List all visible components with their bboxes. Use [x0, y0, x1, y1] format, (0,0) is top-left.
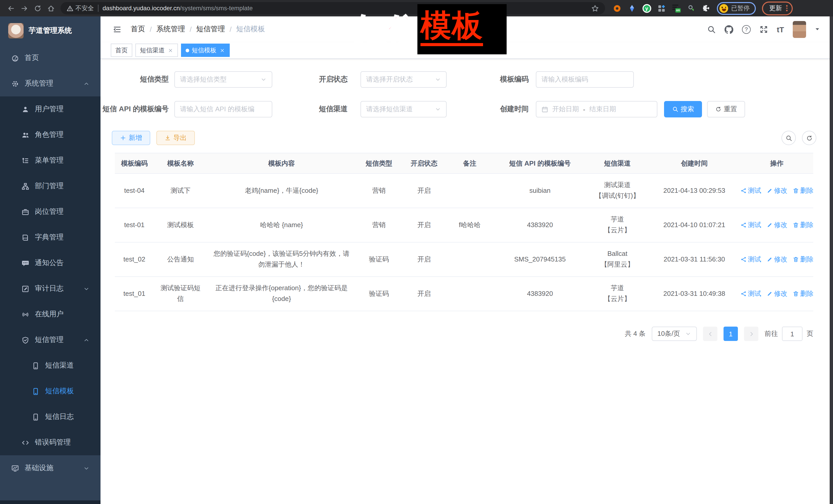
reload-icon[interactable] — [31, 2, 44, 15]
search-button[interactable]: 搜索 — [664, 101, 702, 117]
sidebar-item-infrastructure[interactable]: 基础设施 — [0, 455, 100, 481]
prev-page-button[interactable] — [703, 327, 717, 341]
extension-list-on-icon[interactable]: on — [672, 4, 681, 13]
github-icon[interactable] — [724, 25, 733, 33]
page-size-select[interactable]: 10条/页 — [652, 327, 697, 341]
breadcrumb-system[interactable]: 系统管理 — [157, 25, 185, 34]
test-link[interactable]: 测试 — [740, 220, 761, 231]
sidebar-item-sms-template[interactable]: 短信模板 — [0, 378, 100, 404]
sms-type-select[interactable]: 请选择短信类型 — [174, 71, 272, 88]
close-icon[interactable] — [219, 47, 225, 53]
help-icon[interactable]: ? — [742, 25, 751, 33]
sidebar-item-sms-log[interactable]: 短信日志 — [0, 404, 100, 430]
chevron-down-icon — [435, 106, 441, 112]
extension-y-icon[interactable]: y — [642, 4, 651, 13]
col-status: 开启状态 — [402, 153, 446, 173]
sidebar-item-notices[interactable]: 通知公告 — [0, 250, 100, 276]
sms-type-label: 短信类型 — [100, 75, 169, 84]
user-avatar[interactable] — [793, 21, 806, 38]
avatar-caret-icon[interactable] — [815, 27, 820, 32]
edit-link[interactable]: 修改 — [766, 288, 787, 299]
next-page-button[interactable] — [744, 327, 758, 341]
add-button[interactable]: 新增 — [112, 131, 150, 145]
col-sms-type: 短信类型 — [356, 153, 402, 173]
ime-candidate-box: 模板 — [418, 4, 507, 54]
delete-link[interactable]: 删除 — [792, 288, 813, 299]
delete-link[interactable]: 删除 — [792, 254, 813, 265]
breadcrumb-home[interactable]: 首页 — [131, 25, 145, 34]
col-remark: 备注 — [446, 153, 493, 173]
status-label: 开启状态 — [279, 75, 348, 84]
edit-link[interactable]: 修改 — [766, 220, 787, 231]
chevron-down-icon — [261, 76, 267, 82]
sidebar-item-menus[interactable]: 菜单管理 — [0, 148, 100, 173]
sidebar-item-dictionary[interactable]: 字典管理 — [0, 224, 100, 250]
not-secure-warning[interactable]: 不安全 — [67, 4, 94, 13]
sidebar-item-users[interactable]: 用户管理 — [0, 96, 100, 122]
api-template-id-label: 短信 API 的模板编号 — [100, 104, 169, 114]
font-size-icon[interactable]: tT — [777, 25, 784, 33]
sidebar-item-sms-channel[interactable]: 短信渠道 — [0, 353, 100, 378]
api-template-id-input[interactable]: 请输入短信 API 的模板编 — [174, 101, 272, 117]
show-search-icon[interactable] — [782, 131, 796, 145]
delete-link[interactable]: 删除 — [792, 220, 813, 231]
tab-home[interactable]: 首页 — [111, 44, 132, 57]
channel-select[interactable]: 请选择短信渠道 — [360, 101, 447, 117]
reset-button[interactable]: 重置 — [707, 101, 745, 117]
date-range-input[interactable]: 开始日期 - 结束日期 — [536, 101, 658, 117]
badge-icon — [22, 208, 29, 216]
page-content: 短信类型 请选择短信类型 开启状态 请选择开启状态 模板编码 请输入模板编码 — [100, 59, 833, 504]
sidebar-item-home[interactable]: 首页 — [0, 45, 100, 71]
export-button[interactable]: 导出 — [157, 131, 195, 145]
template-table: 模板编码 模板名称 模板内容 短信类型 开启状态 备注 短信 API 的模板编号… — [115, 153, 813, 311]
bookmark-star-icon[interactable] — [591, 4, 599, 12]
edit-link[interactable]: 修改 — [766, 185, 787, 196]
extension-kite-icon[interactable] — [627, 4, 636, 13]
goto-page: 前往 1 页 — [765, 327, 813, 341]
url-host: dashboard.yudao.iocoder.cn — [102, 5, 180, 12]
test-link[interactable]: 测试 — [740, 288, 761, 299]
sidebar-item-error-codes[interactable]: 错误码管理 — [0, 430, 100, 455]
profile-paused-badge[interactable]: 已暂停 — [717, 2, 756, 15]
sidebar-item-roles[interactable]: 角色管理 — [0, 122, 100, 148]
extension-puzzle-icon[interactable] — [701, 4, 711, 13]
status-select[interactable]: 请选择开启状态 — [360, 71, 447, 88]
sidebar-item-online-users[interactable]: 在线用户 — [0, 302, 100, 327]
extension-squares-icon[interactable] — [657, 4, 666, 13]
hamburger-icon[interactable] — [113, 25, 121, 33]
template-code-input[interactable]: 请输入模板编码 — [536, 71, 634, 88]
refresh-icon[interactable] — [802, 131, 816, 145]
browser-menu-icon[interactable] — [786, 5, 787, 11]
page-1-button[interactable]: 1 — [723, 327, 738, 341]
extension-orange-icon[interactable] — [612, 4, 621, 13]
close-icon[interactable] — [167, 47, 173, 53]
goto-page-input[interactable]: 1 — [782, 327, 803, 341]
sidebar-item-audit-log[interactable]: 审计日志 — [0, 276, 100, 302]
forward-icon[interactable] — [18, 2, 31, 15]
back-icon[interactable] — [4, 2, 18, 15]
delete-link[interactable]: 删除 — [792, 185, 813, 196]
breadcrumb: 首页 / 系统管理 / 短信管理 / 短信模板 — [131, 25, 265, 34]
col-actions: 操作 — [740, 153, 813, 173]
table-row: test_01 测试验证码短信 正在进行登录操作{operation}，您的验证… — [115, 277, 813, 311]
sidebar-item-departments[interactable]: 部门管理 — [0, 173, 100, 199]
home-icon[interactable] — [44, 2, 57, 15]
edit-link[interactable]: 修改 — [766, 254, 787, 265]
tab-sms-channel[interactable]: 短信渠道 — [135, 44, 178, 57]
sidebar-item-system[interactable]: 系统管理 — [0, 71, 100, 96]
test-link[interactable]: 测试 — [740, 254, 761, 265]
fullscreen-icon[interactable] — [759, 25, 768, 33]
test-link[interactable]: 测试 — [740, 185, 761, 196]
sidebar-item-sms-management[interactable]: 短信管理 — [0, 327, 100, 353]
breadcrumb-sms[interactable]: 短信管理 — [196, 25, 225, 34]
table-row: test_02 公告通知 您的验证码{code}，该验证码5分钟内有效，请勿泄漏… — [115, 242, 813, 277]
message-bubble-icon — [22, 259, 29, 267]
tab-sms-template[interactable]: 短信模板 — [181, 44, 230, 57]
sidebar-logo[interactable]: 芋道管理系统 — [0, 17, 100, 45]
update-button[interactable]: 更新 — [762, 1, 792, 15]
header-search-icon[interactable] — [707, 25, 716, 33]
address-bar[interactable]: 不安全 dashboard.yudao.iocoder.cn/system/sm… — [61, 2, 605, 14]
sidebar-item-posts[interactable]: 岗位管理 — [0, 199, 100, 224]
main-area: 首页 / 系统管理 / 短信管理 / 短信模板 ? tT — [100, 17, 833, 504]
extension-key-icon[interactable] — [687, 4, 696, 13]
